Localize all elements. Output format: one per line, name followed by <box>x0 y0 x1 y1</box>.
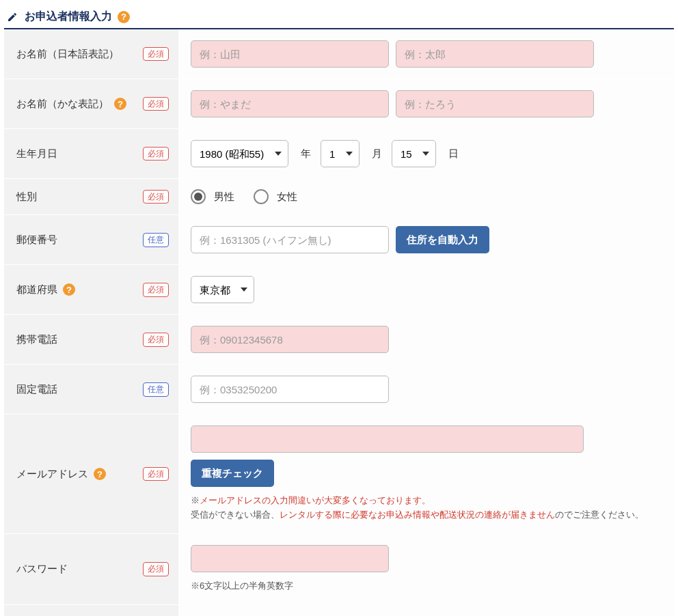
row-postal: 郵便番号 任意 住所を自動入力 <box>4 215 674 265</box>
help-icon[interactable]: ? <box>118 11 130 23</box>
badge-required: 必須 <box>143 467 169 481</box>
label-mobile: 携帯電話 <box>16 333 57 346</box>
radio-female-label: 女性 <box>277 191 297 204</box>
input-postal[interactable] <box>191 226 389 253</box>
input-firstname-jp[interactable] <box>396 40 594 68</box>
radio-male[interactable]: 男性 <box>191 189 234 204</box>
label-prefecture: 都道府県 ? <box>16 283 75 296</box>
label-name-kana: お名前（かな表記） ? <box>16 98 126 111</box>
select-birth-year[interactable]: 1980 (昭和55) <box>191 140 288 167</box>
label-email: メールアドレス ? <box>16 468 106 481</box>
row-tel: 固定電話 任意 <box>4 365 674 415</box>
input-tel[interactable] <box>191 376 389 403</box>
badge-required: 必須 <box>143 147 169 160</box>
help-icon[interactable]: ? <box>63 283 75 296</box>
row-passport: パスポート番号 ? 任意 ※シンガポール渡航者はご出発までに必ずご入力ください（… <box>4 605 674 616</box>
unit-month: 月 <box>372 148 382 160</box>
select-birth-day[interactable]: 15 <box>392 140 436 167</box>
email-note: ※メールアドレスの入力間違いが大変多くなっております。 受信ができない場合、レン… <box>191 494 644 522</box>
badge-required: 必須 <box>143 283 169 296</box>
row-password: パスワード 必須 ※6文字以上の半角英数字 <box>4 534 674 605</box>
select-prefecture[interactable]: 東京都 <box>191 276 254 303</box>
row-gender: 性別 必須 男性 女性 <box>4 179 674 215</box>
duplicate-check-button[interactable]: 重複チェック <box>191 460 274 487</box>
help-icon[interactable]: ? <box>114 98 126 110</box>
badge-required: 必須 <box>143 190 169 204</box>
unit-year: 年 <box>301 148 311 160</box>
unit-day: 日 <box>448 148 459 160</box>
help-icon[interactable]: ? <box>94 468 106 480</box>
radio-female[interactable]: 女性 <box>254 189 297 204</box>
gender-radio-group: 男性 女性 <box>191 189 297 204</box>
applicant-form: お名前（日本語表記） 必須 お名前（かな表記） ? 必須 生年月日 必須 <box>4 29 674 616</box>
password-note: ※6文字以上の半角英数字 <box>191 579 293 593</box>
select-birth-month[interactable]: 1 <box>321 140 360 167</box>
row-prefecture: 都道府県 ? 必須 東京都 <box>4 265 674 315</box>
input-firstname-kana[interactable] <box>396 90 594 117</box>
pencil-icon <box>7 12 18 23</box>
label-tel: 固定電話 <box>16 383 57 396</box>
badge-required: 必須 <box>143 333 169 346</box>
row-mobile: 携帯電話 必須 <box>4 315 674 365</box>
badge-required: 必須 <box>143 97 169 111</box>
input-mobile[interactable] <box>191 326 389 353</box>
radio-icon <box>191 189 206 204</box>
radio-icon <box>254 189 269 204</box>
label-gender: 性別 <box>16 191 37 204</box>
section-title-text: お申込者情報入力 <box>25 10 112 24</box>
input-lastname-jp[interactable] <box>191 40 389 68</box>
row-birthdate: 生年月日 必須 1980 (昭和55) 年 1 月 15 <box>4 129 674 179</box>
input-lastname-kana[interactable] <box>191 90 389 117</box>
badge-optional: 任意 <box>143 233 169 247</box>
badge-required: 必須 <box>143 47 169 61</box>
row-name-kana: お名前（かな表記） ? 必須 <box>4 79 674 129</box>
row-name-jp: お名前（日本語表記） 必須 <box>4 29 674 79</box>
label-password: パスワード <box>16 563 68 576</box>
radio-male-label: 男性 <box>214 191 234 204</box>
label-name-jp: お名前（日本語表記） <box>16 48 119 61</box>
badge-optional: 任意 <box>143 382 169 396</box>
section-header: お申込者情報入力 ? <box>4 4 674 29</box>
input-password[interactable] <box>191 545 389 572</box>
badge-required: 必須 <box>143 562 169 576</box>
row-email: メールアドレス ? 必須 重複チェック ※メールアドレスの入力間違いが大変多くな… <box>4 415 674 534</box>
auto-address-button[interactable]: 住所を自動入力 <box>396 226 489 253</box>
label-postal: 郵便番号 <box>16 234 57 247</box>
input-email[interactable] <box>191 425 584 453</box>
label-birthdate: 生年月日 <box>16 148 57 160</box>
